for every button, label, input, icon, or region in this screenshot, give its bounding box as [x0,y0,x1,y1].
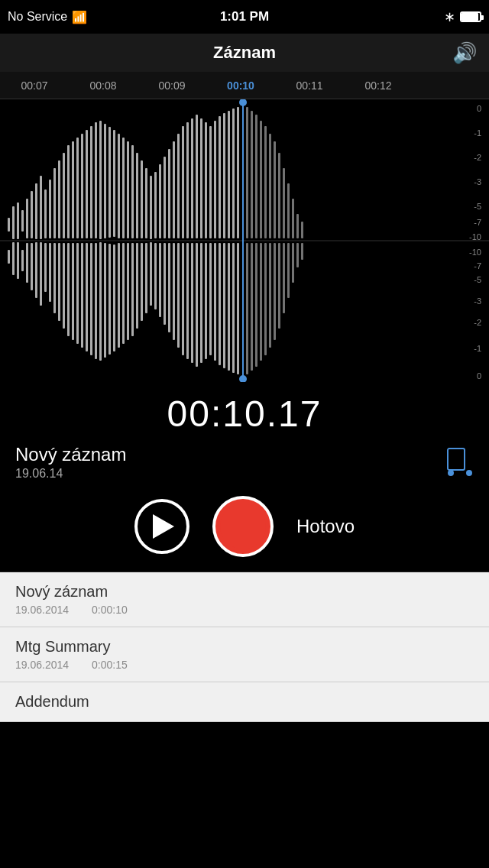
svg-rect-64 [8,250,10,264]
svg-rect-77 [67,243,70,336]
svg-rect-47 [223,113,225,238]
volume-icon[interactable]: 🔊 [452,41,477,65]
svg-rect-54 [260,121,262,238]
svg-rect-25 [122,138,125,238]
svg-rect-125 [292,243,294,283]
svg-rect-87 [113,245,115,351]
svg-rect-61 [292,199,294,238]
svg-text:0: 0 [477,104,481,113]
svg-rect-74 [53,243,56,313]
svg-text:-10: -10 [469,248,481,257]
svg-rect-19 [95,122,97,238]
rec-name-2: Addendum [15,693,474,711]
time-display: 00:10.17 [0,382,489,441]
svg-rect-76 [63,243,65,329]
timeline-ruler: 00:07 00:08 00:09 00:10 00:11 00:12 [0,72,489,99]
svg-rect-117 [255,243,257,367]
svg-rect-24 [118,134,120,238]
svg-rect-27 [131,145,134,238]
play-button[interactable] [134,499,189,554]
svg-rect-127 [301,243,303,260]
page-title: Záznam [213,43,276,63]
recording-item-2[interactable]: Addendum [0,682,489,722]
svg-rect-11 [58,160,60,238]
svg-point-130 [239,99,247,106]
svg-rect-108 [209,243,212,355]
svg-rect-14 [72,141,74,238]
svg-rect-26 [127,141,129,238]
svg-rect-65 [12,242,15,275]
svg-rect-99 [168,243,170,332]
svg-rect-107 [205,243,207,359]
ruler-tick-4: 00:11 [275,79,344,92]
svg-text:-5: -5 [474,202,481,211]
svg-text:-7: -7 [474,218,481,227]
ruler-label-3: 00:10 [227,79,254,92]
svg-rect-21 [104,124,106,238]
svg-rect-15 [76,138,79,238]
svg-text:-10: -10 [469,232,481,241]
svg-rect-28 [136,153,138,238]
svg-rect-101 [177,243,180,348]
recording-info: Nový záznam 19.06.14 [0,441,489,481]
svg-text:-3: -3 [474,296,481,306]
svg-rect-38 [182,126,184,238]
svg-text:-2: -2 [474,153,481,162]
waveform-area[interactable]: 0 -1 -2 -3 -5 -7 -10 -10 -7 -5 -3 -2 -1 … [0,99,489,382]
record-button[interactable] [212,496,274,557]
done-button[interactable]: Hotovo [296,516,355,537]
svg-rect-78 [72,243,74,340]
svg-rect-33 [159,164,161,238]
svg-rect-46 [219,116,221,238]
svg-rect-66 [17,242,19,279]
svg-rect-2 [17,202,19,239]
svg-point-148 [448,470,454,476]
svg-rect-3 [21,210,24,232]
recording-item-0[interactable]: Nový záznam 19.06.2014 0:00:10 [0,572,489,627]
svg-rect-60 [287,183,290,238]
svg-text:0: 0 [477,371,481,381]
ruler-tick-0: 00:07 [0,79,69,92]
svg-rect-16 [81,134,83,238]
svg-rect-115 [246,243,248,374]
wifi-icon: 📶 [72,10,87,24]
recording-name: Nový záznam [15,444,126,465]
svg-text:-5: -5 [474,275,481,284]
svg-rect-84 [99,242,102,361]
svg-rect-109 [214,243,216,361]
svg-rect-4 [26,199,28,238]
header: Záznam 🔊 [0,34,489,72]
svg-rect-80 [81,243,83,348]
svg-rect-55 [264,126,267,238]
svg-text:-7: -7 [474,261,481,270]
svg-rect-79 [76,243,79,344]
svg-rect-90 [127,243,129,340]
svg-rect-105 [196,243,198,367]
svg-rect-120 [269,243,271,348]
svg-rect-36 [173,141,175,238]
trim-icon[interactable] [446,447,474,474]
svg-rect-8 [44,189,47,238]
recording-date: 19.06.14 [15,467,126,481]
rec-duration-0: 0:00:10 [92,604,128,616]
svg-rect-63 [301,222,303,238]
svg-rect-39 [186,122,189,238]
ruler-label-2: 00:09 [158,79,185,92]
svg-rect-100 [173,243,175,340]
svg-rect-62 [296,214,299,238]
status-left: No Service 📶 [8,10,87,24]
ruler-tick-1: 00:08 [69,79,138,92]
svg-rect-22 [108,127,111,238]
ruler-tick-5: 00:12 [344,79,413,92]
svg-rect-104 [191,243,193,363]
svg-rect-121 [274,243,276,340]
recording-item-1[interactable]: Mtg Summary 19.06.2014 0:00:15 [0,627,489,682]
svg-rect-23 [113,130,115,237]
svg-text:-2: -2 [474,318,481,327]
svg-rect-12 [63,153,65,238]
status-right: ∗ [444,8,481,25]
svg-rect-72 [44,243,47,292]
ruler-label-0: 00:07 [21,79,47,92]
svg-rect-13 [67,145,70,238]
svg-rect-53 [255,115,257,238]
